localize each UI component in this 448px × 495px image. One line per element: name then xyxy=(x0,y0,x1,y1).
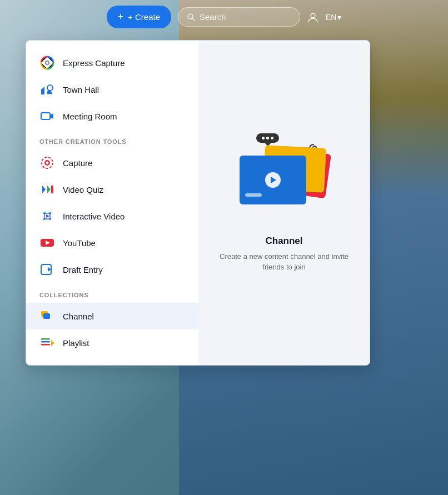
lang-label: EN xyxy=(326,13,336,22)
language-selector[interactable]: EN ▾ xyxy=(326,13,341,22)
svg-point-13 xyxy=(49,212,51,214)
svg-point-10 xyxy=(46,162,49,164)
search-bar[interactable]: Search xyxy=(178,7,300,27)
menu-item-youtube[interactable]: YouTube xyxy=(26,229,198,256)
dropdown-panel: Express Capture Town Hall xyxy=(26,40,370,366)
card-blue-bar xyxy=(245,193,262,197)
svg-marker-4 xyxy=(41,89,44,94)
menu-item-video-quiz[interactable]: Video Quiz xyxy=(26,176,198,203)
header: + + Create Search EN ▾ xyxy=(0,6,448,28)
chat-dot-2 xyxy=(266,137,269,139)
search-placeholder: Search xyxy=(200,12,226,22)
menu-item-playlist[interactable]: Playlist xyxy=(26,329,198,356)
express-capture-label: Express Capture xyxy=(63,58,125,68)
channel-icon xyxy=(39,308,55,324)
svg-rect-24 xyxy=(41,341,50,343)
svg-rect-7 xyxy=(41,113,50,119)
chat-bubble xyxy=(256,133,279,143)
capture-icon xyxy=(39,155,55,171)
svg-point-12 xyxy=(43,212,46,214)
card-blue xyxy=(240,156,306,204)
svg-point-3 xyxy=(46,62,48,64)
chat-dot-1 xyxy=(262,137,265,139)
svg-marker-26 xyxy=(51,340,54,346)
create-button[interactable]: + + Create xyxy=(107,6,171,28)
draft-entry-label: Draft Entry xyxy=(63,265,103,274)
svg-rect-11 xyxy=(51,186,53,193)
playlist-icon xyxy=(39,335,55,351)
svg-point-6 xyxy=(47,85,53,91)
menu-item-meeting-room[interactable]: Meeting Room xyxy=(26,103,198,129)
section-collections: COLLECTIONS xyxy=(26,283,198,303)
menu-item-draft-entry[interactable]: Draft Entry xyxy=(26,256,198,283)
create-label: + Create xyxy=(128,12,160,22)
play-button xyxy=(265,172,281,188)
svg-marker-16 xyxy=(46,214,49,218)
user-icon[interactable] xyxy=(307,11,319,23)
draft-entry-icon xyxy=(39,262,55,277)
menu-list: Express Capture Town Hall xyxy=(26,41,198,365)
menu-item-express-capture[interactable]: Express Capture xyxy=(26,49,198,76)
youtube-icon xyxy=(39,235,55,251)
express-capture-icon xyxy=(39,55,55,71)
svg-point-14 xyxy=(43,218,46,220)
svg-point-1 xyxy=(311,13,315,18)
svg-rect-22 xyxy=(43,313,50,319)
interactive-video-icon xyxy=(39,208,55,224)
meeting-room-label: Meeting Room xyxy=(63,112,117,121)
town-hall-icon xyxy=(39,82,55,97)
play-triangle xyxy=(271,177,276,183)
capture-label: Capture xyxy=(63,158,92,168)
plus-icon: + xyxy=(118,11,124,23)
youtube-label: YouTube xyxy=(63,238,96,248)
video-quiz-label: Video Quiz xyxy=(63,185,103,194)
town-hall-label: Town Hall xyxy=(63,85,99,94)
preview-title: Channel xyxy=(265,236,302,247)
preview-panel: Channel Create a new content channel and… xyxy=(198,41,370,365)
menu-item-town-hall[interactable]: Town Hall xyxy=(26,76,198,103)
menu-item-interactive-video[interactable]: Interactive Video xyxy=(26,203,198,229)
chat-dot-3 xyxy=(271,137,273,139)
section-other-tools: OTHER CREATION TOOLS xyxy=(26,129,198,149)
header-right: EN ▾ xyxy=(307,11,341,23)
channel-label: Channel xyxy=(63,312,94,321)
video-quiz-icon xyxy=(39,182,55,197)
menu-item-channel[interactable]: Channel xyxy=(26,303,198,329)
menu-item-capture[interactable]: Capture xyxy=(26,149,198,176)
meeting-room-icon xyxy=(39,108,55,124)
svg-rect-23 xyxy=(41,338,50,340)
svg-rect-25 xyxy=(41,344,50,346)
channel-illustration xyxy=(234,133,334,222)
svg-point-15 xyxy=(49,218,51,220)
preview-description: Create a new content channel and invite … xyxy=(212,251,356,273)
interactive-video-label: Interactive Video xyxy=(63,212,125,221)
svg-marker-5 xyxy=(41,87,44,89)
playlist-label: Playlist xyxy=(63,338,89,348)
lang-arrow: ▾ xyxy=(337,13,341,22)
search-icon xyxy=(187,13,195,21)
